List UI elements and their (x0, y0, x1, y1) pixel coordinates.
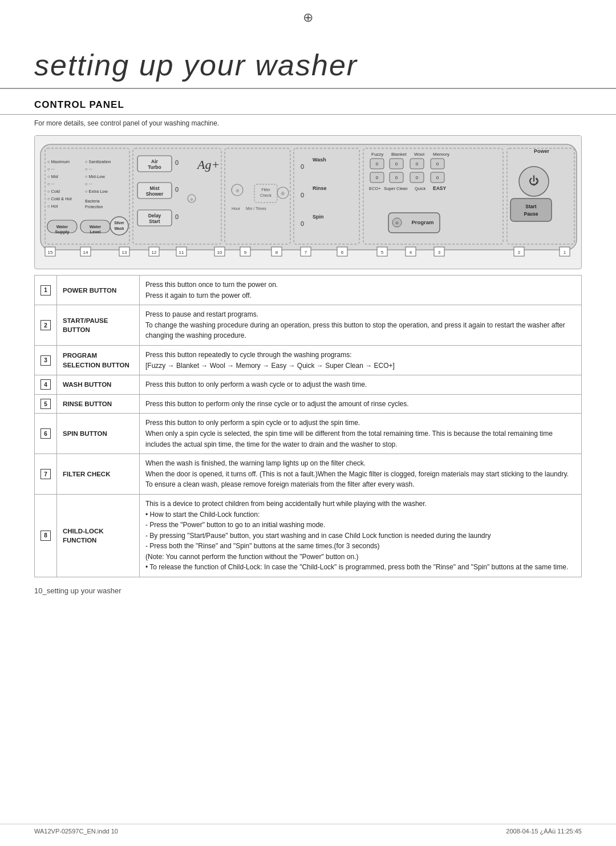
svg-text:○ Mid: ○ Mid (47, 174, 58, 179)
svg-text:Water: Water (56, 224, 68, 229)
svg-text:Level: Level (90, 229, 100, 234)
row-description: Press this button to only perform a spin… (140, 414, 582, 454)
svg-text:○ Cold: ○ Cold (47, 189, 60, 194)
row-description: Press this button to perform only the ri… (140, 394, 582, 414)
svg-text:Silver: Silver (114, 221, 124, 225)
row-label: FILTER CHECK (57, 454, 140, 495)
svg-text:Bacteria: Bacteria (85, 199, 100, 203)
svg-text:8: 8 (275, 250, 278, 255)
svg-text:○ ···: ○ ··· (47, 167, 55, 172)
svg-text:Quick: Quick (415, 186, 425, 191)
svg-text:ECO+: ECO+ (369, 186, 381, 191)
svg-text:6: 6 (341, 250, 344, 255)
svg-text:Memory: Memory (433, 152, 449, 157)
svg-text:Hour: Hour (232, 207, 241, 211)
row-label: WASH BUTTON (57, 375, 140, 395)
row-label: POWER BUTTON (57, 276, 140, 305)
table-row: 2START/PAUSE BUTTONPress to pause and re… (35, 305, 582, 346)
svg-text:Program: Program (411, 219, 433, 225)
svg-text:Power: Power (534, 148, 550, 154)
svg-text:○ Mid-Low: ○ Mid-Low (85, 174, 106, 179)
svg-text:Blanket: Blanket (391, 152, 407, 157)
svg-text:⊕: ⊕ (190, 197, 193, 201)
row-number: 7 (35, 454, 57, 495)
svg-text:0: 0 (376, 161, 379, 167)
section-title: CONTROL PANEL (0, 89, 616, 115)
svg-text:0: 0 (376, 175, 379, 180)
svg-text:Supply: Supply (55, 229, 70, 234)
svg-text:EASY: EASY (433, 185, 446, 191)
svg-text:0: 0 (175, 213, 179, 220)
svg-text:0: 0 (436, 161, 439, 167)
table-row: 1POWER BUTTONPress this button once to t… (35, 276, 582, 305)
svg-text:0: 0 (416, 161, 419, 167)
svg-text:Protection: Protection (85, 205, 103, 209)
svg-text:Rinse: Rinse (313, 185, 327, 191)
svg-text:○ Cold & Hot: ○ Cold & Hot (47, 196, 72, 201)
footer-file: WA12VP-02597C_EN.indd 10 (34, 828, 118, 835)
svg-text:0: 0 (395, 161, 398, 167)
panel-svg: ○ Maximum ○ ··· ○ Mid ○ ··· ○ Cold ○ Col… (35, 136, 582, 267)
panel-diagram: ○ Maximum ○ ··· ○ Mid ○ ··· ○ Cold ○ Col… (34, 135, 582, 269)
svg-text:11: 11 (179, 250, 184, 255)
svg-text:10: 10 (217, 250, 222, 255)
svg-text:Water: Water (90, 224, 102, 229)
svg-text:Filter: Filter (261, 188, 270, 192)
svg-text:Pause: Pause (524, 211, 538, 217)
table-row: 6SPIN BUTTONPress this button to only pe… (35, 414, 582, 454)
svg-text:○ ···: ○ ··· (47, 181, 55, 187)
svg-text:1: 1 (564, 250, 566, 255)
svg-text:○ Maximum: ○ Maximum (47, 159, 70, 164)
svg-text:0: 0 (301, 192, 304, 199)
svg-text:12: 12 (152, 250, 157, 255)
svg-text:3: 3 (438, 250, 441, 255)
svg-text:○ Hot: ○ Hot (47, 204, 58, 209)
svg-text:2: 2 (518, 250, 521, 255)
svg-text:○ ···: ○ ··· (85, 181, 92, 187)
table-row: 3PROGRAM SELECTION BUTTONPress this butt… (35, 345, 582, 375)
svg-text:0: 0 (301, 220, 304, 227)
panel-subtitle: For more details, see control panel of y… (0, 115, 616, 131)
svg-text:7: 7 (305, 250, 307, 255)
svg-text:Wash: Wash (313, 157, 326, 163)
svg-text:0: 0 (301, 163, 304, 170)
row-number: 2 (35, 305, 57, 346)
svg-text:0: 0 (436, 175, 439, 180)
svg-text:Spin: Spin (313, 214, 324, 220)
svg-text:Turbo: Turbo (148, 164, 161, 170)
svg-text:⊛: ⊛ (395, 221, 399, 225)
compass-icon-top: ⊕ (0, 0, 616, 25)
row-description: Press to pause and restart programs.To c… (140, 305, 582, 346)
row-description: When the wash is finished, the warning l… (140, 454, 582, 495)
svg-text:0: 0 (175, 159, 179, 166)
svg-rect-92 (510, 199, 552, 221)
svg-text:0: 0 (395, 175, 398, 180)
info-table: 1POWER BUTTONPress this button once to t… (34, 275, 582, 577)
svg-text:Start: Start (525, 204, 537, 209)
row-label: SPIN BUTTON (57, 414, 140, 454)
svg-text:13: 13 (122, 250, 127, 255)
row-label: START/PAUSE BUTTON (57, 305, 140, 346)
svg-text:15: 15 (48, 250, 53, 255)
row-number: 8 (35, 494, 57, 577)
svg-text:5: 5 (381, 250, 384, 255)
svg-text:Delay: Delay (148, 213, 161, 218)
svg-text:4: 4 (410, 250, 412, 255)
svg-text:Ag+: Ag+ (196, 157, 220, 172)
table-row: 5RINSE BUTTONPress this button to perfor… (35, 394, 582, 414)
page-footer: WA12VP-02597C_EN.indd 10 2008-04-15 ¿ÀÀü… (0, 824, 616, 835)
svg-text:⊕: ⊕ (281, 191, 285, 196)
row-description: Press this button once to turn the power… (140, 276, 582, 305)
svg-text:Shower: Shower (146, 191, 164, 197)
svg-text:Min / Times: Min / Times (246, 207, 266, 211)
page: ⊕ setting up your washer CONTROL PANEL F… (0, 0, 616, 846)
page-title: setting up your washer (0, 25, 616, 89)
row-description: Press this button to only perform a wash… (140, 375, 582, 395)
row-number: 6 (35, 414, 57, 454)
row-label: RINSE BUTTON (57, 394, 140, 414)
svg-text:○ Extra Low: ○ Extra Low (85, 189, 108, 194)
page-bottom-label: 10_setting up your washer (0, 577, 616, 600)
svg-text:9: 9 (244, 250, 247, 255)
svg-text:○ Sanitization: ○ Sanitization (85, 159, 111, 164)
svg-text:Fuzzy: Fuzzy (371, 152, 383, 157)
